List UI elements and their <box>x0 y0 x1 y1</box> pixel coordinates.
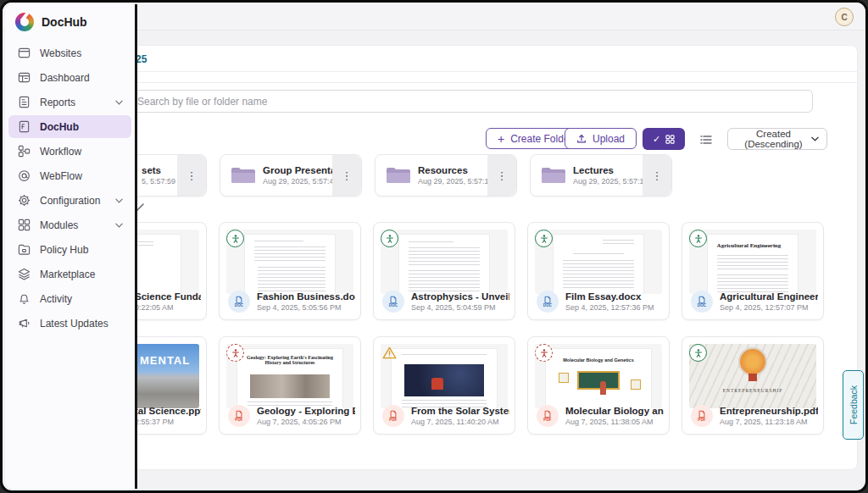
kebab-icon: ⋮ <box>186 169 198 182</box>
sidebar-item-modules[interactable]: Modules <box>8 213 131 236</box>
folder-card[interactable]: Resources Aug 29, 2025, 5:57:19 PM ⋮ <box>375 154 517 197</box>
chevron-down-icon <box>811 136 819 141</box>
folder-card[interactable]: Lectures Aug 29, 2025, 5:57:10 PM ⋮ <box>530 154 672 197</box>
file-date: Sep 4, 2025, 12:57:36 PM <box>565 303 654 312</box>
folder-menu-button[interactable]: ⋮ <box>177 155 206 196</box>
file-name: Film Essay.docx <box>565 291 654 302</box>
sidebar-item-label: Websites <box>40 47 81 59</box>
sidebar-item-label: WebFlow <box>40 170 82 182</box>
file-date: 2:55:37 PM <box>135 418 201 426</box>
doc-file-icon: DOC <box>228 291 250 313</box>
create-folder-label: Create Folder <box>510 133 572 145</box>
sidebar-item-marketplace[interactable]: Marketplace <box>8 263 131 285</box>
doc-file-icon: DOC <box>382 291 404 313</box>
list-view-toggle[interactable] <box>691 129 721 150</box>
file-name: Entrepreneurship.pdf <box>720 406 818 416</box>
file-date: Aug 7, 2025, 11:23:18 AM <box>720 418 818 426</box>
sidebar-item-latest-updates[interactable]: Latest Updates <box>8 312 131 335</box>
doc-label: DOC <box>543 303 553 307</box>
file-card[interactable]: DOC Astrophysics - Unveiling the ... Sep… <box>373 222 515 320</box>
sidebar-item-webflow[interactable]: WebFlow <box>8 164 131 187</box>
chevron-down-icon <box>115 198 123 203</box>
doc-label: DOC <box>698 303 707 307</box>
folder-card[interactable]: Group Presentations Aug 29, 2025, 5:57:4… <box>220 154 362 197</box>
file-date: Aug 7, 2025, 4:05:26 PM <box>257 418 355 426</box>
folder-icon <box>17 243 31 257</box>
folder-menu-button[interactable]: ⋮ <box>332 155 361 196</box>
search-input[interactable] <box>126 90 813 113</box>
file-card[interactable]: DOC Fashion Business.docx Sep 4, 2025, 5… <box>219 222 361 320</box>
kebab-icon: ⋮ <box>652 169 663 182</box>
file-thumbnail: Geology: Exploring Earth's Fascinating H… <box>226 344 353 408</box>
thumb-title: Geology: Exploring Earth's Fascinating H… <box>243 355 336 365</box>
kebab-icon: ⋮ <box>497 169 508 182</box>
brand-name: DocHub <box>42 15 87 29</box>
breadcrumb[interactable]: 25 <box>136 53 147 65</box>
file-thumbnail <box>381 344 508 408</box>
sidebar-item-dochub[interactable]: DocHub <box>8 115 131 138</box>
file-name: tal Science.pptx <box>135 406 201 416</box>
check-icon: ✓ <box>653 134 660 145</box>
file-date: Sep 4, 2025, 12:57:07 PM <box>720 303 818 312</box>
sidebar-item-label: DocHub <box>40 121 79 133</box>
sidebar-item-label: Marketplace <box>40 269 95 280</box>
pdf-label: PDF <box>543 418 552 422</box>
pdf-file-icon: PDF <box>691 405 713 427</box>
sidebar-item-policy-hub[interactable]: Policy Hub <box>8 238 131 261</box>
folder-menu-button[interactable]: ⋮ <box>643 155 671 196</box>
file-card[interactable]: Agricultural Engineering DOC Agricultura… <box>682 222 824 320</box>
folder-menu-button[interactable]: ⋮ <box>487 155 516 196</box>
sidebar: DocHub Websites Dashboard Reports DocHub <box>5 4 137 489</box>
accessibility-pass-badge <box>535 230 553 247</box>
sidebar-item-activity[interactable]: Activity <box>8 287 131 310</box>
sidebar-item-label: Dashboard <box>40 72 90 84</box>
grid-view-toggle[interactable]: ✓ <box>643 128 685 150</box>
warning-badge <box>381 344 398 362</box>
pdf-file-icon: PDF <box>382 405 404 427</box>
plus-icon: + <box>498 133 504 145</box>
accessibility-pass-badge <box>226 230 244 247</box>
accessibility-pass-badge <box>689 230 707 247</box>
thumb-title: ENTREPRENEURSHIP <box>689 388 816 393</box>
window-frame: C 25 + Create Folder Upload ✓ Created (D… <box>0 0 868 493</box>
kebab-icon: ⋮ <box>342 169 353 182</box>
file-thumbnail <box>535 230 662 294</box>
search-bar <box>126 90 813 113</box>
sort-dropdown[interactable]: Created (Descending) <box>727 128 827 150</box>
sidebar-item-dashboard[interactable]: Dashboard <box>8 66 131 89</box>
user-avatar[interactable]: C <box>835 8 854 26</box>
pdf-file-icon: PDF <box>228 405 250 427</box>
file-name: Astrophysics - Unveiling the ... <box>411 291 509 302</box>
file-card[interactable]: Geology: Exploring Earth's Fascinating H… <box>219 336 361 435</box>
sidebar-item-label: Workflow <box>40 146 81 158</box>
sidebar-item-reports[interactable]: Reports <box>8 91 131 114</box>
accessibility-fail-badge <box>535 344 553 362</box>
sidebar-item-configuration[interactable]: Configuration <box>8 189 131 212</box>
file-card[interactable]: PDF From the Solar System to th... Aug 7… <box>373 336 515 435</box>
file-card[interactable]: Molecular Biology and Genetics PDF Molec… <box>527 336 670 435</box>
file-date: Sep 4, 2025, 5:05:56 PM <box>257 303 355 312</box>
dashboard-icon <box>17 71 31 85</box>
file-name: Fashion Business.docx <box>257 291 355 302</box>
pdf-label: PDF <box>698 418 706 422</box>
feedback-button[interactable]: Feedback <box>843 370 864 440</box>
folder-icon <box>231 166 256 185</box>
report-icon <box>17 96 31 109</box>
file-card[interactable]: ENTREPRENEURSHIP PDF Entrepreneurship.pd… <box>682 336 824 435</box>
document-icon <box>17 120 31 134</box>
list-icon <box>700 135 712 145</box>
upload-button[interactable]: Upload <box>565 128 637 149</box>
sidebar-item-label: Reports <box>40 97 75 108</box>
megaphone-icon <box>17 317 31 330</box>
sidebar-item-workflow[interactable]: Workflow <box>8 140 131 163</box>
upload-label: Upload <box>593 133 625 145</box>
file-card[interactable]: DOC Film Essay.docx Sep 4, 2025, 12:57:3… <box>527 222 670 320</box>
sidebar-item-websites[interactable]: Websites <box>8 42 131 64</box>
file-name: From the Solar System to th... <box>411 406 509 416</box>
file-date: 0:22:05 AM <box>135 303 201 312</box>
workflow-icon <box>17 145 31 158</box>
doc-file-icon: DOC <box>537 291 559 313</box>
sidebar-item-label: Policy Hub <box>40 244 88 256</box>
doc-file-icon: DOC <box>691 291 713 313</box>
doc-label: DOC <box>235 303 244 307</box>
